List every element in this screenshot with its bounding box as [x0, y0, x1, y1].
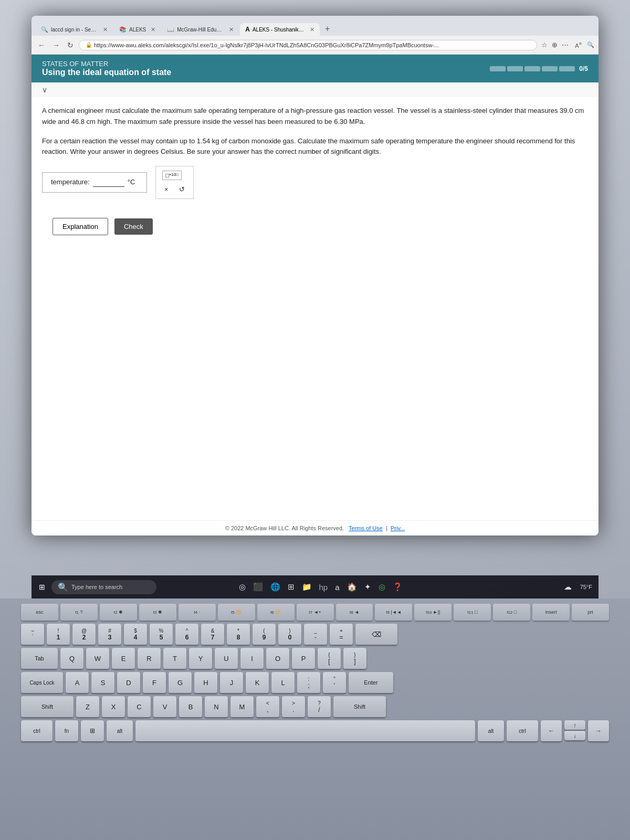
- chevron-down-icon[interactable]: ∨: [42, 86, 47, 94]
- key-x[interactable]: X: [102, 696, 125, 717]
- key-minus[interactable]: _ -: [304, 624, 327, 645]
- new-tab-button[interactable]: +: [321, 22, 334, 36]
- settings-icon[interactable]: ⋯: [561, 40, 570, 50]
- key-p[interactable]: P: [292, 648, 315, 669]
- key-f1[interactable]: f1 ?: [60, 604, 98, 621]
- key-f10[interactable]: f10 ►||: [414, 604, 452, 621]
- taskbar-multiwin-icon[interactable]: ⬛: [251, 580, 265, 594]
- key-equals[interactable]: + =: [330, 624, 353, 645]
- reading-mode-icon[interactable]: A≡: [575, 41, 582, 49]
- key-prt[interactable]: prt: [572, 604, 609, 621]
- tab-aleks[interactable]: 📚 ALEKS ✕: [114, 24, 161, 36]
- key-f[interactable]: F: [143, 672, 166, 693]
- key-backspace[interactable]: ⌫: [355, 624, 397, 645]
- tab-laccd-close[interactable]: ✕: [103, 26, 108, 33]
- key-j[interactable]: J: [220, 672, 243, 693]
- temperature-input[interactable]: [93, 178, 124, 187]
- key-f5[interactable]: f5 🔆: [218, 604, 255, 621]
- taskbar-edge-icon[interactable]: 🌐: [268, 580, 282, 594]
- key-g[interactable]: G: [169, 672, 192, 693]
- tab-aleks2[interactable]: A ALEKS - Shushanik Babayan - Le... ✕: [240, 23, 320, 36]
- key-5[interactable]: % 5: [150, 624, 173, 645]
- key-fn[interactable]: fn: [55, 720, 78, 741]
- tab-mcgraw-close[interactable]: ✕: [229, 26, 234, 33]
- taskbar-hp-icon[interactable]: hp: [317, 581, 330, 594]
- key-n[interactable]: N: [205, 696, 228, 717]
- key-f8[interactable]: f8 ◄: [336, 604, 373, 621]
- privacy-link[interactable]: Priv...: [391, 525, 405, 531]
- key-up[interactable]: ↑: [564, 720, 585, 730]
- key-c[interactable]: C: [128, 696, 151, 717]
- key-i[interactable]: I: [240, 648, 264, 669]
- taskbar-home-icon[interactable]: 🏠: [345, 580, 359, 594]
- key-d[interactable]: D: [117, 672, 140, 693]
- key-ctrl-left[interactable]: ctrl: [21, 720, 52, 741]
- key-period[interactable]: >.: [282, 696, 305, 717]
- taskbar-cloud-icon[interactable]: ☁: [562, 581, 574, 593]
- address-field[interactable]: 🔒 https://www-awu.aleks.com/alekscgi/x/I…: [79, 40, 537, 50]
- key-k[interactable]: K: [246, 672, 269, 693]
- taskbar-chrome-icon[interactable]: ◎: [376, 580, 387, 594]
- key-f6[interactable]: f6 🔅: [257, 604, 295, 621]
- cross-button[interactable]: ×: [162, 184, 171, 194]
- x10-button[interactable]: □×10□: [162, 171, 182, 180]
- key-9[interactable]: ( 9: [253, 624, 276, 645]
- key-quote[interactable]: "': [323, 672, 346, 693]
- key-m[interactable]: M: [230, 696, 254, 717]
- key-0[interactable]: ) 0: [278, 624, 301, 645]
- key-h[interactable]: H: [194, 672, 217, 693]
- key-2[interactable]: @ 2: [72, 624, 96, 645]
- tab-laccd[interactable]: 🔍 laccd sign in - Search ✕: [36, 24, 113, 36]
- key-esc[interactable]: esc: [21, 604, 58, 621]
- key-f2[interactable]: f2 ✱: [100, 604, 137, 621]
- key-o[interactable]: O: [266, 648, 289, 669]
- key-alt-right[interactable]: alt: [478, 720, 504, 741]
- key-r[interactable]: R: [138, 648, 161, 669]
- key-shift-left[interactable]: Shift: [21, 696, 74, 717]
- taskbar-apps-icon[interactable]: ◎: [237, 580, 248, 594]
- taskbar-search-box[interactable]: 🔍 Type here to search: [51, 580, 156, 594]
- key-f4[interactable]: f4 ·: [178, 604, 216, 621]
- key-l[interactable]: L: [271, 672, 295, 693]
- key-8[interactable]: * 8: [227, 624, 250, 645]
- key-w[interactable]: W: [86, 648, 109, 669]
- key-right[interactable]: →: [588, 720, 609, 741]
- key-alt-left[interactable]: alt: [107, 720, 133, 741]
- key-f12[interactable]: f12 □: [493, 604, 530, 621]
- key-capslock[interactable]: Caps Lock: [21, 672, 63, 693]
- tab-aleks-close[interactable]: ✕: [151, 26, 155, 33]
- key-s[interactable]: S: [91, 672, 114, 693]
- taskbar-help-icon[interactable]: ❓: [391, 580, 405, 594]
- favorites-icon[interactable]: ☆: [540, 40, 549, 50]
- back-button[interactable]: ←: [36, 40, 47, 50]
- key-left[interactable]: ←: [541, 720, 562, 741]
- key-ctrl-right[interactable]: ctrl: [507, 720, 538, 741]
- key-tilde[interactable]: ~ `: [21, 624, 44, 645]
- refresh-button[interactable]: ↻: [65, 40, 76, 50]
- start-button[interactable]: ⊞: [36, 581, 48, 593]
- key-6[interactable]: ^ 6: [175, 624, 198, 645]
- key-tab[interactable]: Tab: [21, 648, 58, 669]
- key-comma[interactable]: <,: [256, 696, 279, 717]
- key-space[interactable]: [135, 720, 475, 741]
- key-f9[interactable]: f9 |◄◄: [375, 604, 412, 621]
- key-win[interactable]: ⊞: [81, 720, 104, 741]
- key-enter[interactable]: Enter: [349, 672, 393, 693]
- terms-of-use-link[interactable]: Terms of Use: [349, 525, 383, 531]
- key-semicolon[interactable]: :;: [297, 672, 320, 693]
- taskbar-a-icon[interactable]: a: [333, 581, 341, 594]
- explanation-button[interactable]: Explanation: [52, 218, 108, 235]
- search-sidebar-icon[interactable]: 🔍: [587, 41, 594, 48]
- key-f3[interactable]: f3 ✱: [139, 604, 176, 621]
- key-rbracket[interactable]: }]: [343, 648, 366, 669]
- key-b[interactable]: B: [179, 696, 202, 717]
- key-z[interactable]: Z: [76, 696, 99, 717]
- key-v[interactable]: V: [153, 696, 176, 717]
- key-7[interactable]: & 7: [201, 624, 224, 645]
- key-y[interactable]: Y: [189, 648, 212, 669]
- key-f11[interactable]: f11 □: [454, 604, 491, 621]
- tab-mcgraw[interactable]: 📖 McGraw-Hill Education Campus ✕: [162, 24, 239, 36]
- collections-icon[interactable]: ⊕: [551, 40, 559, 50]
- key-t[interactable]: T: [163, 648, 186, 669]
- key-f7[interactable]: f7 ◄+: [297, 604, 334, 621]
